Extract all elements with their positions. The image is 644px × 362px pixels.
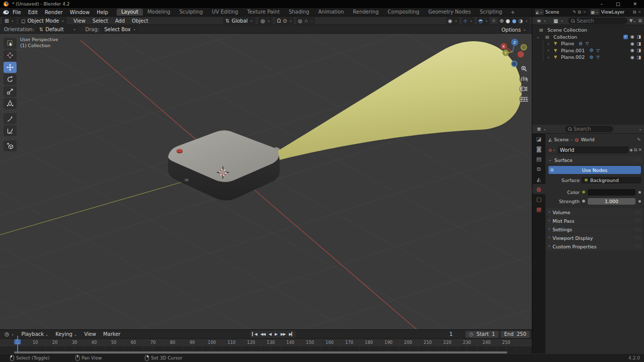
timeline-keyframe-strip[interactable] (0, 346, 532, 351)
frame-end-field[interactable]: End 250 (501, 331, 530, 338)
perspective-toggle-button[interactable] (519, 94, 529, 104)
navigation-gizmo[interactable]: Z X Y (496, 36, 532, 107)
workspace-tab-compositing[interactable]: Compositing (383, 9, 424, 16)
mesh-icon[interactable]: ▽ (597, 48, 600, 53)
modifier-wrench-icon[interactable]: ⚙ (579, 41, 583, 46)
breadcrumb-world[interactable]: World (581, 137, 594, 142)
panel-mist-pass[interactable]: ›Mist Pass∷∷ (546, 217, 643, 225)
remove-viewlayer-icon[interactable]: ✕ (637, 10, 641, 15)
magnet-icon[interactable]: Ω (277, 18, 281, 24)
copy-datablock-icon[interactable]: ⧉ (634, 147, 637, 153)
panel-grip[interactable]: ∷∷ (635, 158, 641, 162)
workspace-tab-shading[interactable]: Shading (284, 9, 314, 16)
add-workspace-button[interactable]: + (507, 10, 519, 15)
axis-x-neg-handle[interactable] (518, 51, 524, 58)
workspace-tab-scripting[interactable]: Scripting (475, 9, 507, 16)
strength-slider[interactable]: 1.000 (588, 198, 635, 205)
ruler-tick-240[interactable]: 240 (482, 340, 491, 345)
ruler-tick-190[interactable]: 190 (384, 340, 392, 345)
tool-move[interactable] (4, 62, 17, 73)
tool-select-box[interactable] (4, 38, 17, 49)
ruler-tick-60[interactable]: 60 (131, 340, 136, 345)
play-button[interactable]: ▶ (275, 332, 277, 336)
blender-menu-icon[interactable] (2, 10, 9, 15)
orientation-selector[interactable]: ⇅ Global ⌄ (223, 17, 256, 24)
light-cone[interactable] (278, 41, 522, 160)
menu-edit[interactable]: Edit (25, 10, 41, 15)
proportional-controls[interactable]: ◎ ∩ ⌄ (296, 17, 315, 24)
world-browse-icon[interactable]: ◍⌄ (547, 146, 557, 153)
workspace-tab-rendering[interactable]: Rendering (348, 9, 383, 16)
panel-grip[interactable]: ∷∷ (635, 210, 641, 215)
viewlayer-selector[interactable]: ▦⌄ ViewLayer ⧉ ✕ (589, 9, 643, 16)
ruler-tick-20[interactable]: 20 (52, 340, 58, 345)
eye-icon[interactable]: ◉ (630, 48, 634, 53)
ruler-tick-120[interactable]: 120 (247, 340, 255, 345)
axis-y-neg-handle[interactable] (521, 45, 527, 50)
axis-z-neg-handle[interactable] (512, 61, 517, 67)
camera-visibility-icon[interactable]: ◨ (636, 41, 641, 46)
ruler-tick-230[interactable]: 230 (463, 340, 471, 345)
previous-keyframe-button[interactable]: ◀◀ (261, 332, 266, 336)
properties-tab-scene[interactable]: ◭ (532, 174, 545, 184)
ruler-tick-220[interactable]: 220 (443, 340, 451, 345)
shading-solid-icon[interactable]: ● (506, 18, 510, 24)
checkbox-icon[interactable]: ✓ (623, 35, 628, 39)
panel-grip[interactable]: ∷∷ (635, 227, 641, 232)
timeline-menu-keying[interactable]: Keying ⌄ (52, 331, 80, 337)
properties-tab-world[interactable]: ◍ (532, 184, 545, 194)
overlays-icon[interactable]: ◓ (478, 18, 483, 24)
outliner-row-plane-001[interactable]: ›▼Plane.001⚙▽◉◨ (532, 47, 644, 54)
panel-grip[interactable]: ∷∷ (635, 244, 641, 249)
close-button[interactable]: ✕ (633, 2, 637, 7)
eye-icon[interactable]: ◉ (630, 55, 634, 60)
eye-icon[interactable]: ◉ (630, 34, 634, 39)
properties-search[interactable]: Search (565, 126, 613, 132)
side-knob[interactable] (185, 178, 189, 182)
timeline-ruler[interactable]: 1102030405060708090100110120130140150160… (0, 339, 532, 346)
cube-object[interactable] (168, 130, 280, 200)
options-button[interactable]: Options ⌄ (499, 26, 529, 33)
eye-icon[interactable]: ◉ (630, 41, 634, 46)
drag-orientation-selector[interactable]: ⇅ Default ⌄ (37, 26, 79, 33)
properties-tab-tool[interactable]: ◪ (532, 134, 545, 144)
ruler-tick-90[interactable]: 90 (190, 340, 195, 345)
workspace-tab-modeling[interactable]: Modeling (143, 9, 175, 16)
panel-volume[interactable]: ›Volume∷∷ (546, 208, 643, 216)
modifier-wrench-icon[interactable]: ⚙ (590, 55, 594, 60)
current-frame-field[interactable]: 1 (438, 331, 463, 338)
next-keyframe-button[interactable]: ▶▶ (281, 332, 286, 336)
camera-view-button[interactable] (519, 84, 529, 94)
collapse-icon[interactable]: ⌄ (536, 35, 540, 39)
properties-tab-view-layer[interactable]: ⧉ (532, 164, 545, 174)
maximize-button[interactable]: □ (616, 2, 620, 7)
pin-icon[interactable]: ✎ (637, 137, 641, 142)
previous-frame-button[interactable]: ◀ (269, 332, 271, 336)
drag-mode-selector[interactable]: Select Box ⌄ (102, 26, 138, 33)
menu-window[interactable]: Window (66, 10, 93, 15)
unlink-scene-icon[interactable]: ✕ (583, 10, 587, 15)
animate-color-dot[interactable] (638, 191, 641, 194)
editor-type-button[interactable]: ⊞⌄ (2, 17, 17, 24)
frame-start-field[interactable]: ◷ Start 1 (465, 331, 499, 338)
expand-icon[interactable]: › (547, 48, 549, 53)
ruler-tick-160[interactable]: 160 (326, 340, 334, 345)
surface-shader-field[interactable]: Background (582, 177, 641, 184)
tool-scale[interactable] (4, 86, 17, 97)
viewport-menu-view[interactable]: View (70, 18, 89, 24)
pan-view-button[interactable] (519, 74, 529, 84)
falloff-icon[interactable]: ∩ (304, 18, 308, 24)
panel-separator[interactable] (532, 8, 532, 353)
shading-rendered-icon[interactable]: ◑ (519, 18, 523, 24)
workspace-tab-uv-editing[interactable]: UV Editing (207, 9, 243, 16)
panel-viewport-display[interactable]: ›Viewport Display∷∷ (546, 234, 643, 242)
timeline-menu-playback[interactable]: Playback ⌄ (18, 331, 52, 337)
outliner-search[interactable]: Search (568, 18, 627, 24)
show-object-types-icon[interactable]: ◉ (448, 18, 452, 24)
surface-panel-header[interactable]: ⌄ Surface ∷∷ (546, 156, 643, 164)
stopwatch-icon[interactable]: ◷ (469, 331, 473, 337)
ruler-tick-100[interactable]: 100 (208, 340, 216, 345)
mesh-icon[interactable]: ▽ (597, 55, 600, 59)
menu-file[interactable]: File (9, 10, 25, 15)
strength-socket-icon[interactable] (582, 199, 586, 203)
